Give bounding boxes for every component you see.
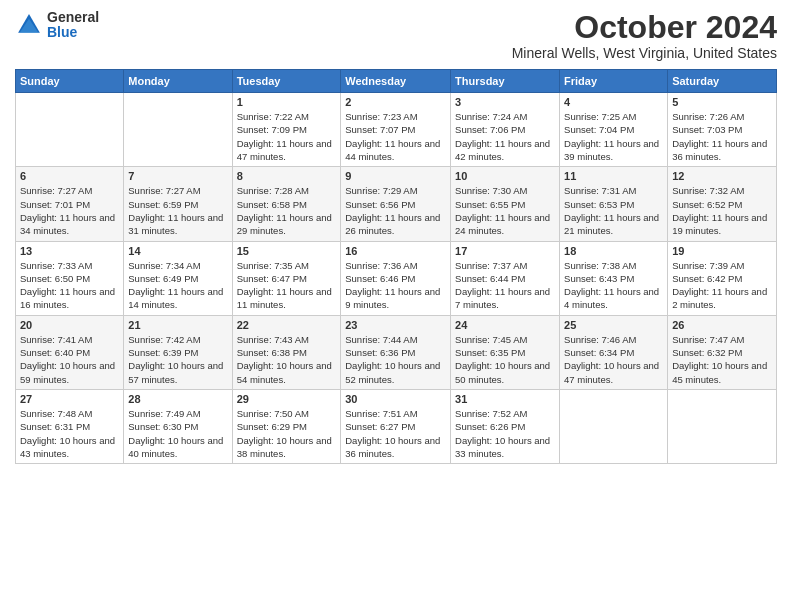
weekday-thursday: Thursday: [451, 70, 560, 93]
day-number: 31: [455, 393, 555, 405]
calendar-page: General Blue October 2024 Mineral Wells,…: [0, 0, 792, 612]
calendar-cell: 25Sunrise: 7:46 AM Sunset: 6:34 PM Dayli…: [560, 315, 668, 389]
day-number: 27: [20, 393, 119, 405]
day-info: Sunrise: 7:45 AM Sunset: 6:35 PM Dayligh…: [455, 333, 555, 386]
day-info: Sunrise: 7:44 AM Sunset: 6:36 PM Dayligh…: [345, 333, 446, 386]
calendar-cell: 11Sunrise: 7:31 AM Sunset: 6:53 PM Dayli…: [560, 167, 668, 241]
day-number: 14: [128, 245, 227, 257]
calendar-cell: 14Sunrise: 7:34 AM Sunset: 6:49 PM Dayli…: [124, 241, 232, 315]
weekday-saturday: Saturday: [668, 70, 777, 93]
day-number: 25: [564, 319, 663, 331]
day-info: Sunrise: 7:35 AM Sunset: 6:47 PM Dayligh…: [237, 259, 337, 312]
day-info: Sunrise: 7:43 AM Sunset: 6:38 PM Dayligh…: [237, 333, 337, 386]
calendar-cell: 6Sunrise: 7:27 AM Sunset: 7:01 PM Daylig…: [16, 167, 124, 241]
day-number: 23: [345, 319, 446, 331]
page-header: General Blue October 2024 Mineral Wells,…: [15, 10, 777, 61]
calendar-week-4: 20Sunrise: 7:41 AM Sunset: 6:40 PM Dayli…: [16, 315, 777, 389]
day-number: 26: [672, 319, 772, 331]
day-info: Sunrise: 7:52 AM Sunset: 6:26 PM Dayligh…: [455, 407, 555, 460]
day-number: 30: [345, 393, 446, 405]
calendar-cell: 21Sunrise: 7:42 AM Sunset: 6:39 PM Dayli…: [124, 315, 232, 389]
calendar-cell: 27Sunrise: 7:48 AM Sunset: 6:31 PM Dayli…: [16, 389, 124, 463]
logo-text: General Blue: [47, 10, 99, 41]
day-number: 2: [345, 96, 446, 108]
day-info: Sunrise: 7:22 AM Sunset: 7:09 PM Dayligh…: [237, 110, 337, 163]
title-area: October 2024 Mineral Wells, West Virgini…: [512, 10, 777, 61]
calendar-week-2: 6Sunrise: 7:27 AM Sunset: 7:01 PM Daylig…: [16, 167, 777, 241]
weekday-tuesday: Tuesday: [232, 70, 341, 93]
day-number: 17: [455, 245, 555, 257]
logo-general-text: General: [47, 10, 99, 25]
calendar-week-1: 1Sunrise: 7:22 AM Sunset: 7:09 PM Daylig…: [16, 93, 777, 167]
day-number: 24: [455, 319, 555, 331]
day-number: 4: [564, 96, 663, 108]
calendar-cell: 30Sunrise: 7:51 AM Sunset: 6:27 PM Dayli…: [341, 389, 451, 463]
day-number: 21: [128, 319, 227, 331]
calendar-cell: 26Sunrise: 7:47 AM Sunset: 6:32 PM Dayli…: [668, 315, 777, 389]
logo-icon: [15, 11, 43, 39]
day-info: Sunrise: 7:32 AM Sunset: 6:52 PM Dayligh…: [672, 184, 772, 237]
day-info: Sunrise: 7:24 AM Sunset: 7:06 PM Dayligh…: [455, 110, 555, 163]
day-info: Sunrise: 7:28 AM Sunset: 6:58 PM Dayligh…: [237, 184, 337, 237]
day-info: Sunrise: 7:39 AM Sunset: 6:42 PM Dayligh…: [672, 259, 772, 312]
calendar-cell: 18Sunrise: 7:38 AM Sunset: 6:43 PM Dayli…: [560, 241, 668, 315]
calendar-cell: 20Sunrise: 7:41 AM Sunset: 6:40 PM Dayli…: [16, 315, 124, 389]
calendar-cell: [668, 389, 777, 463]
calendar-cell: 7Sunrise: 7:27 AM Sunset: 6:59 PM Daylig…: [124, 167, 232, 241]
calendar-cell: 8Sunrise: 7:28 AM Sunset: 6:58 PM Daylig…: [232, 167, 341, 241]
calendar-cell: 10Sunrise: 7:30 AM Sunset: 6:55 PM Dayli…: [451, 167, 560, 241]
day-info: Sunrise: 7:42 AM Sunset: 6:39 PM Dayligh…: [128, 333, 227, 386]
calendar-cell: 3Sunrise: 7:24 AM Sunset: 7:06 PM Daylig…: [451, 93, 560, 167]
day-info: Sunrise: 7:47 AM Sunset: 6:32 PM Dayligh…: [672, 333, 772, 386]
day-number: 3: [455, 96, 555, 108]
weekday-wednesday: Wednesday: [341, 70, 451, 93]
calendar-cell: 4Sunrise: 7:25 AM Sunset: 7:04 PM Daylig…: [560, 93, 668, 167]
logo-blue-text: Blue: [47, 25, 99, 40]
weekday-monday: Monday: [124, 70, 232, 93]
day-number: 16: [345, 245, 446, 257]
calendar-cell: 1Sunrise: 7:22 AM Sunset: 7:09 PM Daylig…: [232, 93, 341, 167]
calendar-cell: 2Sunrise: 7:23 AM Sunset: 7:07 PM Daylig…: [341, 93, 451, 167]
day-info: Sunrise: 7:23 AM Sunset: 7:07 PM Dayligh…: [345, 110, 446, 163]
day-number: 28: [128, 393, 227, 405]
day-number: 11: [564, 170, 663, 182]
calendar-cell: 15Sunrise: 7:35 AM Sunset: 6:47 PM Dayli…: [232, 241, 341, 315]
day-info: Sunrise: 7:50 AM Sunset: 6:29 PM Dayligh…: [237, 407, 337, 460]
location-text: Mineral Wells, West Virginia, United Sta…: [512, 45, 777, 61]
day-number: 19: [672, 245, 772, 257]
calendar-week-5: 27Sunrise: 7:48 AM Sunset: 6:31 PM Dayli…: [16, 389, 777, 463]
day-info: Sunrise: 7:27 AM Sunset: 6:59 PM Dayligh…: [128, 184, 227, 237]
calendar-cell: 13Sunrise: 7:33 AM Sunset: 6:50 PM Dayli…: [16, 241, 124, 315]
day-number: 1: [237, 96, 337, 108]
day-number: 9: [345, 170, 446, 182]
calendar-cell: [560, 389, 668, 463]
day-number: 8: [237, 170, 337, 182]
calendar-cell: 19Sunrise: 7:39 AM Sunset: 6:42 PM Dayli…: [668, 241, 777, 315]
calendar-cell: 22Sunrise: 7:43 AM Sunset: 6:38 PM Dayli…: [232, 315, 341, 389]
day-number: 22: [237, 319, 337, 331]
day-info: Sunrise: 7:25 AM Sunset: 7:04 PM Dayligh…: [564, 110, 663, 163]
day-number: 10: [455, 170, 555, 182]
day-number: 29: [237, 393, 337, 405]
day-info: Sunrise: 7:33 AM Sunset: 6:50 PM Dayligh…: [20, 259, 119, 312]
day-number: 18: [564, 245, 663, 257]
day-info: Sunrise: 7:38 AM Sunset: 6:43 PM Dayligh…: [564, 259, 663, 312]
day-info: Sunrise: 7:51 AM Sunset: 6:27 PM Dayligh…: [345, 407, 446, 460]
calendar-cell: 16Sunrise: 7:36 AM Sunset: 6:46 PM Dayli…: [341, 241, 451, 315]
calendar-week-3: 13Sunrise: 7:33 AM Sunset: 6:50 PM Dayli…: [16, 241, 777, 315]
calendar-cell: 24Sunrise: 7:45 AM Sunset: 6:35 PM Dayli…: [451, 315, 560, 389]
day-info: Sunrise: 7:30 AM Sunset: 6:55 PM Dayligh…: [455, 184, 555, 237]
day-info: Sunrise: 7:31 AM Sunset: 6:53 PM Dayligh…: [564, 184, 663, 237]
day-info: Sunrise: 7:26 AM Sunset: 7:03 PM Dayligh…: [672, 110, 772, 163]
day-number: 13: [20, 245, 119, 257]
calendar-cell: 12Sunrise: 7:32 AM Sunset: 6:52 PM Dayli…: [668, 167, 777, 241]
weekday-friday: Friday: [560, 70, 668, 93]
calendar-cell: 23Sunrise: 7:44 AM Sunset: 6:36 PM Dayli…: [341, 315, 451, 389]
weekday-sunday: Sunday: [16, 70, 124, 93]
day-info: Sunrise: 7:36 AM Sunset: 6:46 PM Dayligh…: [345, 259, 446, 312]
calendar-cell: 29Sunrise: 7:50 AM Sunset: 6:29 PM Dayli…: [232, 389, 341, 463]
day-info: Sunrise: 7:49 AM Sunset: 6:30 PM Dayligh…: [128, 407, 227, 460]
day-number: 15: [237, 245, 337, 257]
day-number: 5: [672, 96, 772, 108]
calendar-cell: 17Sunrise: 7:37 AM Sunset: 6:44 PM Dayli…: [451, 241, 560, 315]
